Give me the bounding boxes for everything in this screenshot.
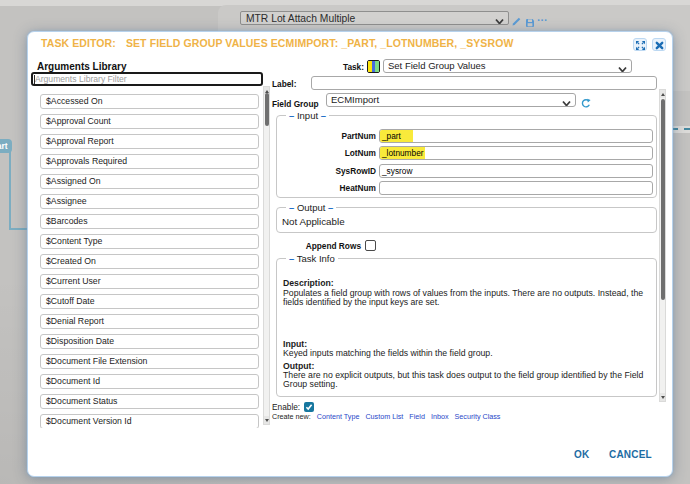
field-input[interactable]: _part [379,129,653,143]
input-row: PartNum _part [277,129,656,143]
argument-item[interactable]: $Document File Extension [40,354,259,369]
arguments-library-label: Arguments Library [37,61,126,72]
task-select[interactable]: Set Field Group Values [383,59,632,73]
scrollbar-thumb[interactable] [265,93,270,126]
field-input[interactable]: _sysrow [379,164,653,178]
argument-item[interactable]: $Accessed On [40,94,259,109]
chevron-down-icon [618,64,627,73]
create-new-row: Create new:Content TypeCustom ListFieldI… [272,412,500,421]
chevron-down-icon [562,98,571,107]
scrollbar-thumb[interactable] [661,99,666,300]
append-rows-checkbox[interactable] [365,240,376,251]
output-value: Not Applicable [282,216,345,227]
field-value: _part [380,130,413,142]
dialog-title-prefix: TASK EDITOR: [41,37,116,49]
text-caret [34,75,35,84]
task-info-fieldset: – Task Info Description: Populates a fie… [276,258,657,397]
flowchart-connector-vertical [9,152,11,229]
enable-label: Enable: [272,402,300,412]
arguments-library-filter-input[interactable] [31,72,263,86]
field-value: _sysrow [380,165,413,177]
description-heading: Description: [283,279,650,288]
legend-text: Task Info [297,253,335,264]
flowchart-start-node[interactable]: Start [0,139,12,153]
arguments-list: $Accessed On $Approval Count $Approval R… [31,89,261,428]
argument-item[interactable]: $Denial Report [40,314,259,329]
field-label: HeatNum [277,181,376,195]
task-type-icon [367,60,380,73]
argument-item[interactable]: $Assignee [40,194,259,209]
scroll-up-arrow-icon[interactable] [660,90,665,98]
field-input[interactable] [379,181,653,195]
form-scrollbar[interactable] [659,89,666,402]
output-text: There are no explicit outputs, but this … [283,371,650,389]
create-new-link[interactable]: Inbox [431,412,449,421]
ok-button[interactable]: OK [574,449,589,460]
enable-checkbox[interactable] [304,402,314,412]
create-new-link[interactable]: Field [409,412,425,421]
legend-dash: – [328,202,333,213]
triangle-down-shape [661,396,665,399]
field-label: PartNum [277,129,376,143]
flowchart-connector-horizontal [9,228,29,230]
save-disk-icon[interactable] [525,14,535,32]
argument-item[interactable]: $Created On [40,254,259,269]
more-options-icon[interactable]: ... [537,11,548,23]
field-value: _lotnumber [380,147,425,159]
flowchart-connector-dashed [672,128,690,130]
field-label: LotNum [277,146,376,160]
argument-item[interactable]: $Disposition Date [40,334,259,349]
scroll-down-arrow-icon[interactable] [264,416,269,424]
argument-item[interactable]: $Approvals Required [40,154,259,169]
workflow-name-value: MTR Lot Attach Multiple [246,13,355,24]
argument-item[interactable]: $Content Type [40,234,259,249]
dialog-title-subject: SET FIELD GROUP VALUES ECMIMPORT: _PART,… [126,37,514,49]
triangle-up-shape [661,93,665,96]
label-input[interactable] [311,76,657,90]
scroll-down-arrow-icon[interactable] [660,393,665,401]
task-info-legend: – Task Info [286,253,338,264]
input-row: SysRowID _sysrow [277,164,656,178]
legend-dash: – [321,110,326,121]
argument-item[interactable]: $Document Version Id [40,414,259,428]
legend-text: Output [297,202,326,213]
argument-item[interactable]: $Cutoff Date [40,294,259,309]
refresh-icon[interactable] [581,95,591,113]
argument-item[interactable]: $Document Id [40,374,259,389]
create-new-link[interactable]: Content Type [317,412,360,421]
edit-pencil-icon[interactable] [511,13,522,31]
argument-item[interactable]: $Current User [40,274,259,289]
field-group-select[interactable]: ECMImport [326,93,576,107]
argument-item[interactable]: $Assigned On [40,174,259,189]
input-text: Keyed inputs matching the fields within … [283,349,650,358]
field-input[interactable]: _lotnumber [379,146,653,160]
legend-text: Input [297,110,318,121]
create-new-link[interactable]: Security Class [455,412,501,421]
create-new-link[interactable]: Custom List [365,412,403,421]
field-value [380,182,383,194]
close-button[interactable] [652,38,666,51]
create-new-label: Create new: [272,412,311,421]
argument-item[interactable]: $Document Status [40,394,259,409]
expand-button[interactable] [633,38,647,51]
description-text: Populates a field group with rows of val… [283,289,650,307]
argument-item[interactable]: $Barcodes [40,214,259,229]
cancel-button[interactable]: CANCEL [609,449,652,460]
input-row: HeatNum [277,181,656,195]
argument-item[interactable]: $Approval Report [40,134,259,149]
task-icon-stripe-green [375,61,379,72]
output-legend: – Output – [286,202,336,213]
field-group-value: ECMImport [331,94,379,105]
argument-item[interactable]: $Approval Count [40,114,259,129]
input-row: LotNum _lotnumber [277,146,656,160]
legend-dash: – [289,253,294,264]
task-label: Task: [300,62,364,72]
legend-dash: – [289,202,294,213]
triangle-down-shape [265,419,269,422]
close-icon [655,36,664,54]
workflow-name-select[interactable]: MTR Lot Attach Multiple [240,11,509,25]
arguments-scrollbar[interactable] [263,86,270,425]
append-rows-label: Append Rows [280,241,361,251]
dialog-title: TASK EDITOR:SET FIELD GROUP VALUES ECMIM… [41,37,513,49]
field-group-label: Field Group [272,99,319,109]
